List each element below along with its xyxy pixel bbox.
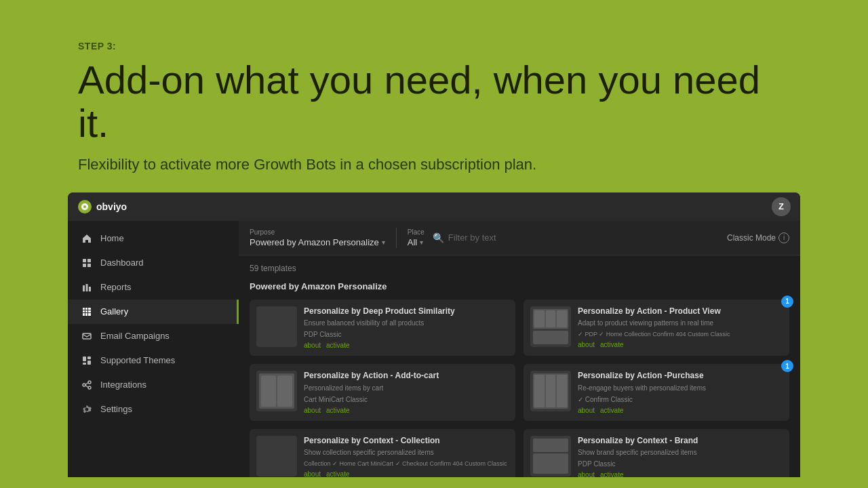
template-thumbnail xyxy=(256,436,297,476)
classic-mode-toggle[interactable]: Classic Mode i xyxy=(727,232,789,243)
dashboard-icon xyxy=(81,258,92,268)
template-about-link[interactable]: about xyxy=(304,470,321,476)
template-info: Personalize by Action - Product View Ada… xyxy=(578,306,783,350)
svg-rect-3 xyxy=(83,259,86,262)
sidebar-item-reports[interactable]: Reports xyxy=(68,275,239,300)
template-about-link[interactable]: about xyxy=(304,407,321,414)
sidebar-item-themes[interactable]: Supported Themes xyxy=(68,348,239,373)
place-select[interactable]: All ▾ xyxy=(408,237,425,247)
svg-rect-22 xyxy=(83,363,86,365)
svg-line-28 xyxy=(85,385,88,387)
sidebar-item-dashboard[interactable]: Dashboard xyxy=(68,251,239,275)
template-desc: Re-engage buyers with personalized items xyxy=(578,384,783,392)
user-avatar[interactable]: Z xyxy=(772,197,791,216)
svg-line-27 xyxy=(85,382,88,384)
sidebar-item-integrations[interactable]: Integrations xyxy=(68,373,239,397)
settings-icon xyxy=(81,404,92,415)
template-card: Personalize by Action - Add-to-cart Pers… xyxy=(250,364,515,421)
template-name: Personalize by Context - Brand xyxy=(578,436,783,447)
sidebar-item-reports-label: Reports xyxy=(100,282,132,292)
sidebar-item-home-label: Home xyxy=(100,233,124,243)
template-about-link[interactable]: about xyxy=(578,407,595,414)
template-card: Personalize by Context - Collection Show… xyxy=(250,429,515,477)
svg-rect-15 xyxy=(88,310,91,312)
classic-mode-label: Classic Mode xyxy=(727,233,776,243)
svg-rect-11 xyxy=(85,308,87,310)
purpose-select[interactable]: Powered by Amazon Personalize ▾ xyxy=(250,237,385,247)
logo-icon xyxy=(77,199,92,214)
template-desc: Show brand specific personalized items xyxy=(578,448,783,457)
templates-count: 59 templates xyxy=(250,264,789,273)
template-links: about activate xyxy=(578,341,783,348)
template-info: Personalize by Context - Brand Show bran… xyxy=(578,436,783,477)
template-card: Personalize by Deep Product Similarity E… xyxy=(250,300,515,357)
sidebar-item-email-campaigns[interactable]: Email Campaigns xyxy=(68,324,239,348)
content-area: Purpose Powered by Amazon Personalize ▾ … xyxy=(239,221,800,477)
template-info: Personalize by Deep Product Similarity E… xyxy=(304,306,509,350)
svg-rect-14 xyxy=(85,310,87,312)
info-icon: i xyxy=(778,232,789,243)
template-links: about activate xyxy=(304,342,509,349)
step-label: STEP 3: xyxy=(78,41,790,52)
category-title: Powered by Amazon Personalize xyxy=(250,281,789,291)
sidebar-item-dashboard-label: Dashboard xyxy=(100,258,144,268)
template-activate-link[interactable]: activate xyxy=(326,342,349,349)
template-activate-link[interactable]: activate xyxy=(600,341,623,348)
svg-rect-19 xyxy=(83,333,91,339)
template-badge: 1 xyxy=(781,296,793,308)
sidebar-item-home[interactable]: Home xyxy=(68,226,239,251)
template-desc: Personalized items by cart xyxy=(304,384,509,392)
sidebar: Home Dashboard Reports Gal xyxy=(68,221,239,477)
svg-rect-17 xyxy=(85,313,87,316)
template-about-link[interactable]: about xyxy=(578,341,595,348)
place-value: All xyxy=(408,237,417,247)
template-name: Personalize by Action - Add-to-cart xyxy=(304,371,509,382)
template-activate-link[interactable]: activate xyxy=(326,407,349,414)
sidebar-item-gallery[interactable]: Gallery xyxy=(68,300,239,324)
svg-point-2 xyxy=(83,205,86,208)
template-tags: ✓ Confirm Classic xyxy=(578,396,783,403)
svg-point-24 xyxy=(83,384,85,386)
template-activate-link[interactable]: activate xyxy=(600,471,623,476)
home-icon xyxy=(81,233,92,244)
template-card: 1 Personalize by Action -P xyxy=(524,364,789,421)
place-filter-group: Place All ▾ xyxy=(408,228,425,247)
svg-point-25 xyxy=(88,381,91,384)
purpose-label: Purpose xyxy=(250,228,385,236)
template-thumbnail xyxy=(256,371,297,411)
purpose-filter-group: Purpose Powered by Amazon Personalize ▾ xyxy=(250,228,385,247)
template-activate-link[interactable]: activate xyxy=(600,407,623,414)
template-tags: Collection ✓ Home Cart MiniCart ✓ Checko… xyxy=(304,460,509,467)
sidebar-item-settings-label: Settings xyxy=(100,404,132,414)
svg-rect-16 xyxy=(83,313,85,316)
template-tags: Cart MiniCart Classic xyxy=(304,396,509,403)
filter-bar: Purpose Powered by Amazon Personalize ▾ … xyxy=(239,221,800,256)
template-about-link[interactable]: about xyxy=(578,471,595,476)
template-card: Personalize by Context - Brand Show bran… xyxy=(524,429,789,477)
template-tags: ✓ PDP ✓ Home Collection Confirm 404 Cust… xyxy=(578,331,783,338)
place-label: Place xyxy=(408,228,425,236)
template-tags: PDP Classic xyxy=(304,331,509,338)
template-thumbnail xyxy=(256,306,297,347)
template-about-link[interactable]: about xyxy=(304,342,321,349)
template-info: Personalize by Action -Purchase Re-engag… xyxy=(578,371,783,414)
template-badge: 1 xyxy=(781,360,793,372)
svg-rect-18 xyxy=(88,313,91,316)
purpose-value: Powered by Amazon Personalize xyxy=(250,237,379,247)
email-icon xyxy=(81,331,92,342)
template-links: about activate xyxy=(578,471,783,476)
purpose-arrow-icon: ▾ xyxy=(382,239,385,246)
template-name: Personalize by Deep Product Similarity xyxy=(304,306,509,317)
svg-rect-23 xyxy=(87,361,91,365)
template-activate-link[interactable]: activate xyxy=(326,470,349,476)
reports-icon xyxy=(81,282,92,293)
sidebar-item-themes-label: Supported Themes xyxy=(100,355,175,365)
sidebar-item-settings[interactable]: Settings xyxy=(68,397,239,422)
logo-text: obviyo xyxy=(96,201,127,212)
template-desc: Adapt to product viewing patterns in rea… xyxy=(578,319,783,327)
template-links: about activate xyxy=(304,470,509,476)
main-heading: Add-on what you need, when you need it. xyxy=(78,58,790,145)
template-links: about activate xyxy=(304,407,509,414)
search-box[interactable]: 🔍 Filter by text xyxy=(433,232,719,243)
svg-rect-5 xyxy=(83,264,86,267)
